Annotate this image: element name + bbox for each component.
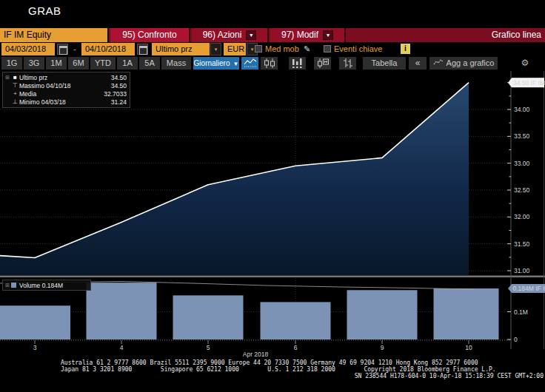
info-icon[interactable]: i	[401, 44, 410, 54]
volume-y-label: 0.1M	[514, 308, 528, 316]
frequency-label: Giornaliero	[194, 59, 230, 67]
range-button-1g[interactable]: 1G	[1, 57, 22, 70]
legend-label: Ultimo prz	[19, 74, 111, 81]
menu-azioni-button[interactable]: 96) Azioni▾	[192, 28, 269, 42]
calendar-icon[interactable]	[137, 44, 148, 55]
legend-row-average: + Media 32.7033	[5, 89, 127, 98]
y-axis-label: 31.50	[514, 240, 530, 248]
menu-azioni-label: 96) Azioni	[203, 30, 242, 40]
pane-separator	[0, 276, 545, 278]
legend-row-volume: ⊞ Volume 0.184M	[5, 281, 87, 289]
med-mob-checkbox[interactable]	[255, 45, 262, 53]
collapse-button[interactable]: «	[409, 57, 427, 70]
tick-chart-icon-button[interactable]	[339, 57, 356, 70]
x-axis-caption: Apr 2018	[243, 351, 269, 358]
date-from-input[interactable]: 04/03/2018	[1, 43, 55, 55]
range-button-1m[interactable]: 1M	[46, 57, 67, 70]
legend-row-low: ⊥ Minimo 04/03/18 31.24	[5, 98, 127, 106]
status-line-1: Australia 61 2 9777 8600 Brazil 5511 239…	[61, 359, 478, 366]
price-legend[interactable]: ⊞ ■ Ultimo prz 34.50 ⊤ Massimo 04/10/18 …	[2, 72, 130, 108]
chevron-down-icon: ▾	[323, 30, 333, 40]
mini-chart-icon	[433, 59, 444, 67]
x-tick-label: 3	[33, 344, 37, 351]
price-field-select[interactable]: Ultimo prz	[152, 43, 210, 55]
tree-expand-icon[interactable]: ⊞	[5, 283, 11, 288]
x-tick-label: 4	[120, 344, 124, 351]
range-button-5a[interactable]: 5A	[139, 57, 160, 70]
range-button-ytd[interactable]: YTD	[90, 57, 116, 70]
y-axis-label: 33.00	[514, 160, 530, 167]
med-mob-label: Med mob	[265, 42, 299, 56]
date-range-separator: -	[73, 42, 76, 56]
view-title: Grafico linea	[492, 28, 541, 42]
series-marker: ■	[11, 74, 19, 81]
x-tick-label: 9	[381, 344, 384, 351]
volume-bar	[0, 305, 70, 339]
price-volume-chart[interactable]: 3456910Apr 201834.0033.5033.0032.5032.00…	[0, 71, 545, 358]
volume-tag-arrow	[508, 284, 512, 293]
price-tag-label: 34.50 IF IM	[513, 79, 545, 87]
y-axis-label: 31.00	[514, 267, 530, 274]
menu-modif-label: 97) Modif	[281, 30, 318, 40]
security-field[interactable]: IF IM Equity	[0, 28, 109, 42]
volume-bar	[87, 283, 157, 339]
price-tag-arrow	[508, 78, 512, 87]
status-bar: Australia 61 2 9777 8600 Brazil 5511 239…	[0, 358, 545, 392]
currency-select[interactable]: EUR	[224, 43, 246, 55]
chevron-down-icon: ▾	[246, 30, 256, 40]
window-title: GRAB	[28, 4, 61, 17]
chevron-down-icon: ▼	[233, 61, 239, 67]
volume-bars-icon-button[interactable]	[289, 57, 306, 70]
legend-label: Media	[19, 90, 104, 98]
y-axis-label: 34.00	[514, 106, 530, 113]
high-marker: ⊤	[11, 82, 19, 89]
y-axis-label: 32.00	[514, 213, 530, 220]
status-line-2: Japan 81 3 3201 8900 Singapore 65 6212 1…	[61, 366, 496, 373]
range-button-1a[interactable]: 1A	[117, 57, 138, 70]
calendar-icon[interactable]	[57, 44, 68, 55]
legend-label: Massimo 04/10/18	[19, 82, 111, 89]
legend-label: Minimo 04/03/18	[19, 98, 111, 106]
menu-modif-button[interactable]: 97) Modif▾	[270, 28, 346, 42]
volume-bar	[347, 290, 418, 339]
line-chart-icon	[244, 58, 257, 67]
menu-confronto-button[interactable]: 95) Confronto	[110, 28, 190, 42]
x-tick-label: 5	[207, 344, 210, 351]
frequency-select[interactable]: Giornaliero▼	[193, 57, 239, 70]
volume-bar	[261, 302, 331, 339]
range-button-3g[interactable]: 3G	[24, 57, 44, 70]
range-button-mass[interactable]: Mass	[161, 57, 191, 70]
line-chart-icon-button[interactable]	[241, 57, 258, 70]
bloomberg-terminal-screen: GRAB IF IM Equity 95) Confronto 96) Azio…	[0, 0, 545, 392]
range-button-6m[interactable]: 6M	[68, 57, 89, 70]
eventi-chiave-checkbox[interactable]	[324, 45, 331, 53]
status-line-3: SN 238544 H178-604-0 10-Apr-18 15:18:39 …	[355, 373, 544, 379]
x-tick-label: 10	[465, 344, 472, 351]
chevron-down-icon[interactable]: ▾	[210, 43, 221, 55]
volume-y-label: 0	[514, 336, 518, 343]
volume-marker	[11, 283, 16, 288]
gear-icon[interactable]: ⚙	[517, 57, 533, 70]
ohlc-box-icon	[316, 58, 330, 68]
y-axis-label: 33.50	[514, 132, 530, 140]
candlestick-icon	[263, 58, 276, 68]
average-marker: +	[11, 90, 19, 97]
legend-value: 34.50	[111, 74, 127, 81]
volume-legend[interactable]: ⊞ Volume 0.184M	[2, 280, 91, 291]
y-axis-label: 32.50	[514, 186, 530, 194]
tree-expand-icon[interactable]: ⊞	[5, 75, 11, 81]
date-toolbar: 04/03/2018 - 04/10/2018 Ultimo prz ▾ EUR…	[0, 42, 545, 56]
low-marker: ⊥	[11, 98, 19, 105]
candlestick-icon-button[interactable]	[261, 57, 278, 70]
date-to-input[interactable]: 04/10/2018	[81, 43, 135, 55]
tabella-button[interactable]: Tabella	[363, 57, 406, 70]
eventi-chiave-label: Eventi chiave	[334, 42, 382, 56]
volume-tag-label: 0.184M IF IM	[513, 285, 545, 292]
add-to-chart-button[interactable]: Agg a grafico	[429, 57, 498, 70]
x-tick-label: 6	[294, 344, 298, 351]
pencil-icon[interactable]: ✎	[304, 42, 310, 56]
tick-chart-icon	[342, 58, 354, 68]
ohlc-box-icon-button[interactable]	[314, 57, 331, 70]
add-to-chart-label: Agg a grafico	[447, 58, 495, 67]
legend-value: 31.24	[111, 98, 127, 106]
